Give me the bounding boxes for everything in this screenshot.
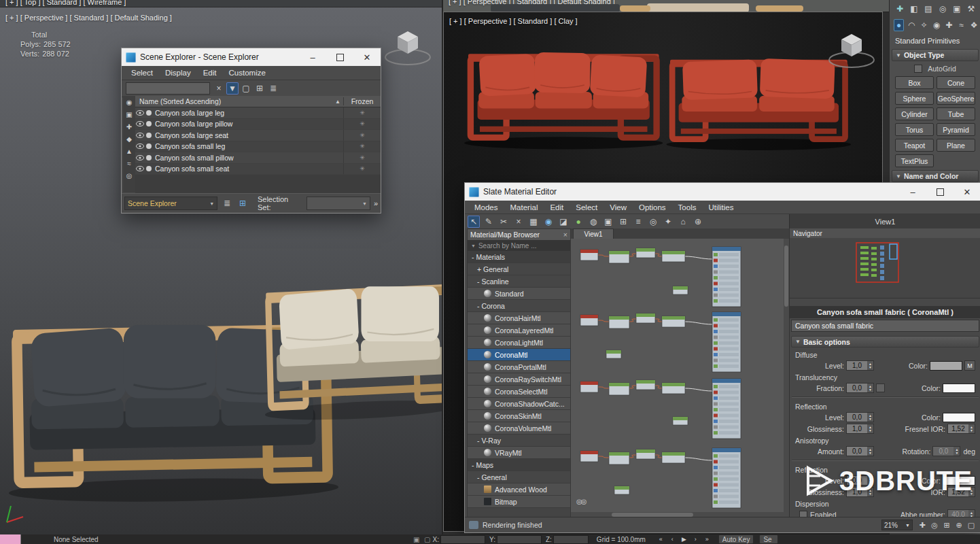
browser-item-coronamtl[interactable]: CoronaMtl bbox=[468, 349, 570, 361]
filter-lights-icon[interactable]: ◆ bbox=[124, 134, 135, 144]
se-select-menu[interactable]: Select bbox=[126, 67, 158, 78]
material-name-field[interactable]: Canyon sofa small fabric bbox=[791, 320, 979, 332]
visibility-eye-icon[interactable] bbox=[135, 166, 145, 171]
zoom-level-combo[interactable]: 21% ▼ bbox=[881, 520, 913, 530]
isolate-node-icon[interactable]: ⊞ bbox=[617, 216, 629, 228]
browser-item-coronashadowcatc-[interactable]: CoronaShadowCatc... bbox=[468, 398, 570, 410]
primitive-button-sphere[interactable]: Sphere bbox=[895, 92, 934, 105]
zoom-region-icon[interactable]: ⊞ bbox=[941, 521, 952, 530]
spinner-arrows-icon[interactable]: ▲▼ bbox=[867, 447, 873, 456]
primitive-category-label[interactable]: Standard Primitives bbox=[890, 33, 980, 48]
next-frame-icon[interactable]: › bbox=[690, 536, 701, 543]
display-tab-icon[interactable]: ▣ bbox=[951, 3, 963, 15]
frozen-cell[interactable]: ✳ bbox=[343, 164, 381, 175]
draw-connection-icon[interactable]: ✎ bbox=[483, 216, 495, 228]
frozen-column-header[interactable]: Frozen bbox=[343, 97, 381, 105]
zoom-extents-icon[interactable]: ⊕ bbox=[953, 521, 964, 530]
previous-frame-icon[interactable]: ‹ bbox=[667, 536, 678, 543]
delete-node-icon[interactable]: × bbox=[512, 216, 525, 228]
create-tab-icon[interactable]: ✚ bbox=[894, 3, 906, 15]
isolate-selection-icon[interactable]: ▣ bbox=[411, 536, 422, 543]
spinner-arrows-icon[interactable]: ▲▼ bbox=[867, 424, 873, 433]
go-to-end-icon[interactable]: » bbox=[701, 536, 713, 543]
cameras-category-icon[interactable]: ◉ bbox=[931, 19, 941, 31]
systems-category-icon[interactable]: ❖ bbox=[969, 19, 979, 31]
diffuse-level-spinner[interactable]: 1,0▲▼ bbox=[846, 360, 874, 371]
pick-material-icon[interactable]: ◉ bbox=[542, 216, 555, 228]
explorer-grid-icon[interactable]: ⊞ bbox=[237, 197, 249, 209]
spacewarps-category-icon[interactable]: ≈ bbox=[956, 19, 966, 31]
move-children-icon[interactable]: ▦ bbox=[527, 216, 540, 228]
browser-header[interactable]: Material/Map Browser × bbox=[468, 229, 570, 240]
me-utilities-menu[interactable]: Utilities bbox=[703, 202, 739, 213]
filter-cameras-icon[interactable]: ▲ bbox=[124, 146, 135, 156]
browser-group--v-ray[interactable]: - V-Ray bbox=[468, 435, 570, 447]
browser-item-coronalayeredmtl[interactable]: CoronaLayeredMtl bbox=[468, 324, 570, 337]
hierarchy-tab-icon[interactable]: ▤ bbox=[922, 3, 934, 15]
fraction-map-button[interactable] bbox=[876, 384, 885, 392]
material-id-channel-icon[interactable]: ◎ bbox=[647, 216, 659, 228]
primitive-button-pyramid[interactable]: Pyramid bbox=[937, 123, 975, 136]
frozen-cell[interactable]: ✳ bbox=[343, 119, 381, 130]
x-coordinate-field[interactable] bbox=[440, 535, 485, 544]
visibility-eye-icon[interactable] bbox=[135, 133, 145, 138]
navigator-header[interactable]: Navigator bbox=[790, 228, 980, 238]
se-edit-menu[interactable]: Edit bbox=[198, 67, 222, 78]
column-chooser-icon[interactable]: ⊞ bbox=[253, 82, 266, 95]
selection-lock-icon[interactable]: ▢ bbox=[422, 536, 433, 543]
zoom-extents-icon[interactable]: ⊕ bbox=[692, 216, 704, 228]
selection-set-combo[interactable]: ▼ bbox=[307, 197, 370, 210]
browser-item-coronaselectmtl[interactable]: CoronaSelectMtl bbox=[468, 386, 570, 398]
list-header[interactable]: Name (Sorted Ascending) ▲ Frozen bbox=[135, 96, 381, 107]
primitive-button-torus[interactable]: Torus bbox=[895, 123, 934, 136]
browser-group--materials[interactable]: - Materials bbox=[468, 251, 570, 263]
close-button[interactable]: ✕ bbox=[353, 48, 381, 66]
filter-materials-icon[interactable]: ◎ bbox=[124, 171, 135, 181]
primitive-button-plane[interactable]: Plane bbox=[937, 139, 975, 152]
browser-item-coronaportalmtl[interactable]: CoronaPortalMtl bbox=[468, 361, 570, 373]
material-editor-titlebar[interactable]: Slate Material Editor – ✕ bbox=[465, 183, 980, 201]
configure-columns-icon[interactable]: ≣ bbox=[267, 82, 279, 95]
browser-item-coronavolumemtl[interactable]: CoronaVolumeMtl bbox=[468, 422, 570, 435]
reflection-level-spinner[interactable]: 0,0▲▼ bbox=[846, 412, 874, 422]
z-coordinate-field[interactable] bbox=[553, 535, 589, 544]
frozen-cell[interactable]: ✳ bbox=[343, 152, 381, 163]
scene-object-row[interactable]: Canyon sofa large pillow✳ bbox=[135, 119, 381, 131]
browser-item-standard[interactable]: Standard bbox=[468, 288, 570, 300]
browser-item-coronahairmtl[interactable]: CoronaHairMtl bbox=[468, 312, 570, 324]
browser-group--scanline[interactable]: - Scanline bbox=[468, 275, 570, 288]
auto-key-button[interactable]: Auto Key bbox=[718, 534, 754, 544]
visibility-eye-icon[interactable] bbox=[135, 121, 145, 126]
cut-connection-icon[interactable]: ✂ bbox=[497, 216, 510, 228]
translucency-color-swatch[interactable] bbox=[943, 384, 975, 393]
visibility-eye-icon[interactable] bbox=[135, 143, 145, 149]
browser-search[interactable]: ▼ Search by Name ... bbox=[468, 240, 570, 251]
modify-tab-icon[interactable]: ◧ bbox=[908, 3, 920, 15]
layout-children-icon[interactable]: ⌂ bbox=[677, 216, 689, 228]
lights-category-icon[interactable]: ✧ bbox=[919, 19, 929, 31]
put-to-library-icon[interactable]: ◪ bbox=[557, 216, 570, 228]
browser-item-coronalightmtl[interactable]: CoronaLightMtl bbox=[468, 337, 570, 349]
search-input[interactable] bbox=[126, 82, 210, 95]
browser-item-bitmap[interactable]: Bitmap bbox=[468, 496, 570, 508]
explorer-selector-combo[interactable]: Scene Explorer ▼ bbox=[124, 197, 217, 210]
filter-shapes-icon[interactable]: ✚ bbox=[124, 122, 135, 132]
show-map-viewport-icon[interactable]: ◍ bbox=[587, 216, 599, 228]
rotation-spinner[interactable]: 0,0▲▼ bbox=[932, 446, 960, 456]
scene-object-row[interactable]: Canyon sofa small leg✳ bbox=[135, 141, 381, 153]
pin-view-icon[interactable]: ▢ bbox=[966, 521, 977, 530]
fresnel-ior-spinner[interactable]: 1,52▲▼ bbox=[947, 424, 975, 434]
minimize-button[interactable]: – bbox=[899, 183, 926, 201]
visibility-eye-icon[interactable] bbox=[135, 110, 145, 116]
minimize-button[interactable]: – bbox=[299, 48, 326, 66]
filter-all-icon[interactable]: ◉ bbox=[124, 97, 135, 107]
object-type-rollout[interactable]: ▼ Object Type bbox=[892, 49, 979, 61]
spinner-arrows-icon[interactable]: ▲▼ bbox=[867, 413, 873, 422]
layout-all-icon[interactable]: ✦ bbox=[662, 216, 674, 228]
show-end-result-icon[interactable]: ▣ bbox=[602, 216, 614, 228]
maximize-button[interactable] bbox=[326, 48, 353, 66]
pan-view-icon[interactable]: ✚ bbox=[917, 521, 928, 530]
diffuse-color-swatch[interactable] bbox=[930, 361, 962, 371]
maximize-button[interactable] bbox=[926, 183, 953, 201]
go-to-start-icon[interactable]: « bbox=[655, 536, 667, 543]
